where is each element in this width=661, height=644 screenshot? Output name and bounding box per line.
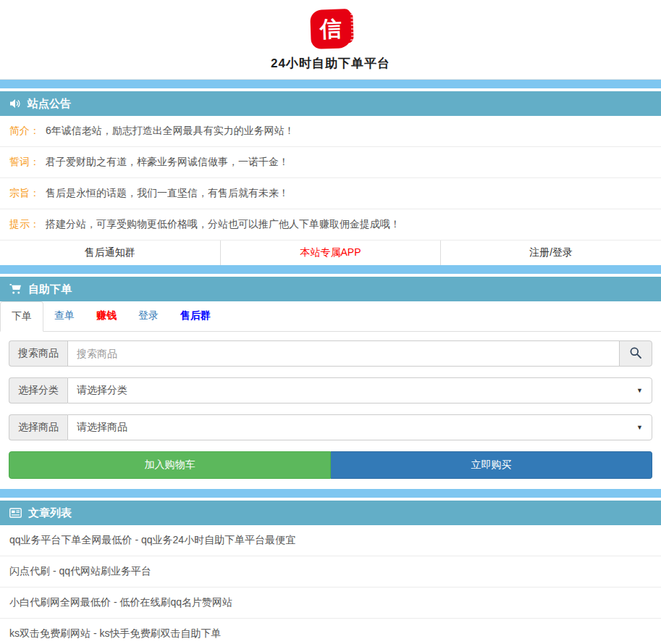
site-title: 24小时自助下单平台 [0,55,661,72]
divider-strip [0,80,661,88]
product-select[interactable]: 请选择商品 ▼ [67,414,652,440]
announcement-header-bar: 站点公告 [0,91,661,116]
notice-label: 誓词： [9,156,40,167]
article-list: qq业务平台下单全网最低价 - qq业务24小时自助下单平台最便宜 闪点代刷 -… [0,525,661,644]
notice-row: 简介：6年诚信老站，励志打造出全网最具有实力的业务网站！ [0,116,661,147]
notice-text: 君子爱财助之有道，梓豪业务网诚信做事，一诺千金！ [46,156,289,167]
articles-header-bar: 文章列表 [0,501,661,525]
category-row: 选择分类 请选择分类 ▼ [9,377,652,403]
notice-row: 宗旨：售后是永恒的话题，我们一直坚信，有售后就有未来！ [0,178,661,209]
article-link[interactable]: qq业务平台下单全网最低价 - qq业务24小时自助下单平台最便宜 [0,525,661,556]
product-label: 选择商品 [9,414,67,440]
logo-character: 信 [319,16,342,41]
notice-row: 提示：搭建分站，可享受购物更低价格哦，分站也可以推广他人下单赚取佣金提成哦！ [0,209,661,241]
buy-now-button[interactable]: 立即购买 [331,451,652,479]
announcement-header-title: 站点公告 [28,97,71,111]
divider-strip [0,489,661,498]
search-row: 搜索商品 [9,340,652,367]
add-to-cart-button[interactable]: 加入购物车 [9,451,331,479]
speaker-icon [9,98,21,109]
aftersale-group-link[interactable]: 售后通知群 [0,241,220,265]
tab-earn-money[interactable]: 赚钱 [85,301,127,331]
category-selected-value: 请选择分类 [77,384,127,397]
chevron-down-icon: ▼ [636,424,643,431]
order-tabs: 下单 查单 赚钱 登录 售后群 [0,301,661,332]
notice-row: 誓词：君子爱财助之有道，梓豪业务网诚信做事，一诺千金！ [0,147,661,178]
articles-header-title: 文章列表 [28,506,72,520]
tab-aftersale-group[interactable]: 售后群 [169,301,222,331]
order-header-title: 自助下单 [28,283,72,296]
tab-place-order[interactable]: 下单 [0,301,43,332]
quick-links-row: 售后通知群 本站专属APP 注册/登录 [0,241,661,265]
search-button[interactable] [619,340,652,367]
search-label: 搜索商品 [9,340,67,367]
site-app-link[interactable]: 本站专属APP [220,241,441,265]
notice-label: 宗旨： [9,187,40,198]
notice-text: 搭建分站，可享受购物更低价格哦，分站也可以推广他人下单赚取佣金提成哦！ [46,218,400,230]
magnifier-icon [629,346,642,361]
article-link[interactable]: 小白代刷网全网最低价 - 低价在线刷qq名片赞网站 [0,587,661,619]
product-selected-value: 请选择商品 [77,421,127,434]
order-header-bar: 自助下单 [0,277,661,301]
notice-label: 简介： [9,125,40,136]
article-link[interactable]: ks双击免费刷网站 - ks快手免费刷双击自助下单 [0,619,661,644]
newspaper-icon [9,508,22,518]
product-row: 选择商品 请选择商品 ▼ [9,414,652,440]
site-logo-seal: 信 [310,9,352,49]
category-label: 选择分类 [9,377,67,403]
article-link[interactable]: 闪点代刷 - qq代网站刷业务平台 [0,556,661,587]
tab-check-order[interactable]: 查单 [43,301,85,331]
register-login-link[interactable]: 注册/登录 [440,241,661,265]
site-header: 信 24小时自助下单平台 [0,0,661,80]
tab-login[interactable]: 登录 [127,301,169,331]
divider-strip [0,265,661,274]
notice-label: 提示： [9,218,40,230]
notice-text: 售后是永恒的话题，我们一直坚信，有售后就有未来！ [46,187,289,198]
category-select[interactable]: 请选择分类 ▼ [67,377,652,403]
cart-icon [9,283,22,295]
chevron-down-icon: ▼ [636,387,643,394]
order-actions-row: 加入购物车 立即购买 [9,451,652,479]
announcement-list: 简介：6年诚信老站，励志打造出全网最具有实力的业务网站！ 誓词：君子爱财助之有道… [0,116,661,241]
notice-text: 6年诚信老站，励志打造出全网最具有实力的业务网站！ [46,125,295,136]
search-input[interactable] [67,340,620,367]
